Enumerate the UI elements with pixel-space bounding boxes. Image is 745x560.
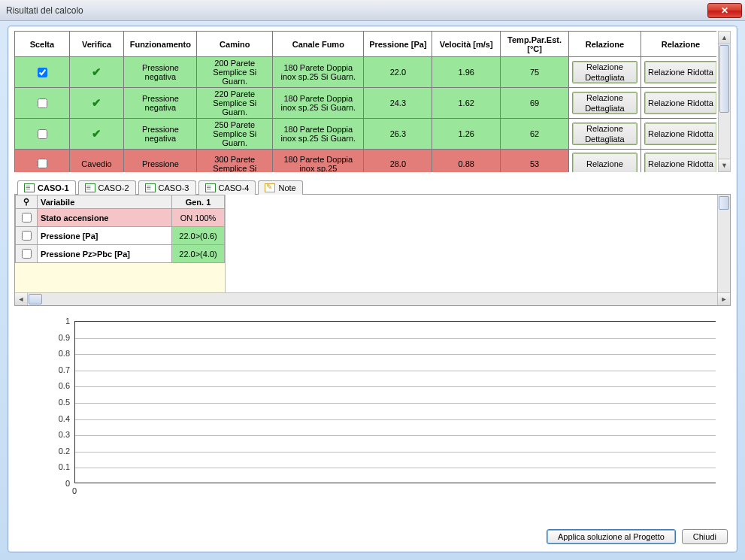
cell-rel-rid: Relazione Ridotta: [641, 88, 716, 119]
results-scroll: Scelta Verifica Funzionamento Camino Can…: [14, 31, 716, 172]
var-value: 22.0>(0.6): [172, 227, 225, 245]
col-pressione: Pressione [Pa]: [364, 32, 432, 57]
cell-camino: 220 Parete Semplice Si Guarn.: [197, 88, 273, 119]
relazione-ridotta-button[interactable]: Relazione Ridotta: [644, 123, 716, 145]
cell-temp: 53: [501, 150, 569, 173]
chart-gridline: [75, 419, 716, 420]
scelta-checkbox[interactable]: [38, 68, 47, 77]
cell-scelta: [15, 150, 70, 173]
tab-note[interactable]: Note: [258, 180, 302, 195]
chart-gridline: [75, 468, 716, 468]
note-icon: [265, 183, 275, 192]
cell-temp: 69: [501, 88, 569, 119]
cell-funzionamento: Pressione negativa: [124, 119, 197, 150]
vars-corner[interactable]: ⚲: [16, 195, 38, 209]
list-icon: [145, 183, 156, 192]
relazione-ridotta-button[interactable]: Relazione Ridotta: [644, 92, 716, 114]
bottom-buttons: Applica soluzione al Progetto Chiudi: [547, 529, 728, 544]
scelta-checkbox[interactable]: [38, 129, 47, 139]
tab-label: CASO-3: [159, 183, 189, 192]
variable-table-area: ⚲ Variabile Gen. 1 Stato accensioneON 10…: [15, 195, 226, 292]
scelta-checkbox[interactable]: [38, 159, 47, 168]
cell-funzionamento: Pressione: [124, 150, 197, 173]
close-button[interactable]: Chiudi: [682, 529, 728, 544]
vars-hscrollbar[interactable]: ◄ ►: [15, 292, 730, 305]
scroll-right-icon[interactable]: ►: [717, 293, 730, 305]
window-title: Risultati del calcolo: [6, 5, 707, 16]
scroll-down-icon[interactable]: ▼: [719, 159, 730, 171]
cell-velocita: 0.88: [432, 150, 501, 173]
verify-text: Cavedio: [81, 159, 111, 168]
chart-ytick: 0.2: [14, 446, 70, 456]
relazione-dettagliata-button[interactable]: Relazione Dettagliata: [572, 123, 637, 145]
variable-row: Stato accensioneON 100%: [16, 209, 225, 227]
cell-camino: 300 Parete Semplice Si: [197, 150, 273, 173]
main-panel: Scelta Verifica Funzionamento Camino Can…: [8, 26, 737, 552]
tab-caso-2[interactable]: CASO-2: [78, 180, 136, 195]
chart-ytick: 0.6: [14, 381, 70, 390]
relazione-dettagliata-button[interactable]: Relazione Dettagliata: [572, 92, 637, 114]
vars-col-gen1[interactable]: Gen. 1: [172, 195, 225, 209]
table-row: ✔Pressione negativa200 Parete Semplice S…: [15, 57, 717, 88]
cell-velocita: 1.96: [432, 57, 501, 88]
chart-ytick: 1: [14, 316, 70, 325]
chart-xtick-0: 0: [72, 486, 77, 495]
chart-ytick: 0.7: [14, 365, 70, 374]
hscroll-thumb[interactable]: [29, 294, 42, 304]
tab-caso-1[interactable]: CASO-1: [17, 180, 76, 195]
vars-vscrollbar[interactable]: [717, 195, 730, 292]
variable-table: ⚲ Variabile Gen. 1 Stato accensioneON 10…: [15, 195, 225, 263]
scroll-left-icon[interactable]: ◄: [15, 293, 28, 305]
chart-ytick: 0: [14, 479, 70, 488]
chart-gridline: [75, 435, 716, 436]
var-checkbox[interactable]: [22, 249, 32, 259]
relazione-ridotta-button[interactable]: Relazione Ridotta: [644, 153, 716, 173]
cell-velocita: 1.26: [432, 119, 501, 150]
col-relazione-1: Relazione: [568, 32, 641, 57]
chart-gridline: [75, 403, 716, 404]
results-header-row: Scelta Verifica Funzionamento Camino Can…: [15, 32, 717, 57]
tabbar: CASO-1 CASO-2 CASO-3 CASO-4 Note: [14, 180, 731, 195]
chart-gridline: [75, 354, 716, 355]
tab-label: Note: [278, 183, 295, 192]
tab-caso-3[interactable]: CASO-3: [138, 180, 196, 195]
table-row: ✔Pressione negativa220 Parete Semplice S…: [15, 88, 717, 119]
apply-button[interactable]: Applica soluzione al Progetto: [547, 529, 676, 544]
col-velocita: Velocità [m/s]: [432, 32, 501, 57]
results-vscrollbar[interactable]: ▲ ▼: [718, 31, 731, 172]
titlebar: Risultati del calcolo ✕: [0, 0, 745, 21]
var-checkbox[interactable]: [22, 231, 32, 241]
vars-scroll-thumb[interactable]: [719, 196, 729, 210]
cell-temp: 75: [501, 57, 569, 88]
variable-row: Pressione [Pa]22.0>(0.6): [16, 227, 225, 245]
var-name: Pressione Pz>Pbc [Pa]: [38, 245, 172, 263]
cell-rel-det: Relazione Dettagliata: [568, 57, 641, 88]
check-icon: ✔: [92, 127, 101, 140]
check-icon: ✔: [92, 96, 101, 109]
tab-caso-4[interactable]: CASO-4: [198, 180, 256, 195]
cell-pressione: 28.0: [364, 150, 432, 173]
cell-canale: 180 Parete Doppia inox sp.25 Si Guarn.: [273, 57, 364, 88]
variable-box: ⚲ Variabile Gen. 1 Stato accensioneON 10…: [14, 195, 731, 306]
cell-verifica: ✔: [69, 57, 124, 88]
cell-canale: 180 Parete Doppia inox sp.25: [273, 150, 364, 173]
scelta-checkbox[interactable]: [38, 98, 47, 108]
chart-ytick: 0.5: [14, 398, 70, 407]
var-value: 22.0>(4.0): [172, 245, 225, 263]
close-icon[interactable]: ✕: [707, 3, 742, 18]
chart-plot: [74, 321, 716, 483]
scroll-up-icon[interactable]: ▲: [719, 32, 730, 44]
cell-camino: 250 Parete Semplice Si Guarn.: [197, 119, 273, 150]
scroll-thumb[interactable]: [719, 45, 729, 113]
check-icon: ✔: [92, 65, 101, 78]
cell-verifica: ✔: [69, 88, 124, 119]
relazione-dettagliata-button[interactable]: Relazione Dettagliata: [572, 61, 637, 83]
chart-gridline: [75, 386, 716, 387]
cell-funzionamento: Pressione negativa: [124, 88, 197, 119]
relazione-ridotta-button[interactable]: Relazione Ridotta: [644, 61, 716, 83]
vars-col-variabile[interactable]: Variabile: [38, 195, 172, 209]
tab-label: CASO-1: [38, 183, 69, 192]
var-checkbox[interactable]: [22, 213, 32, 222]
col-camino: Camino: [197, 32, 273, 57]
relazione-dettagliata-button[interactable]: Relazione: [572, 153, 637, 173]
